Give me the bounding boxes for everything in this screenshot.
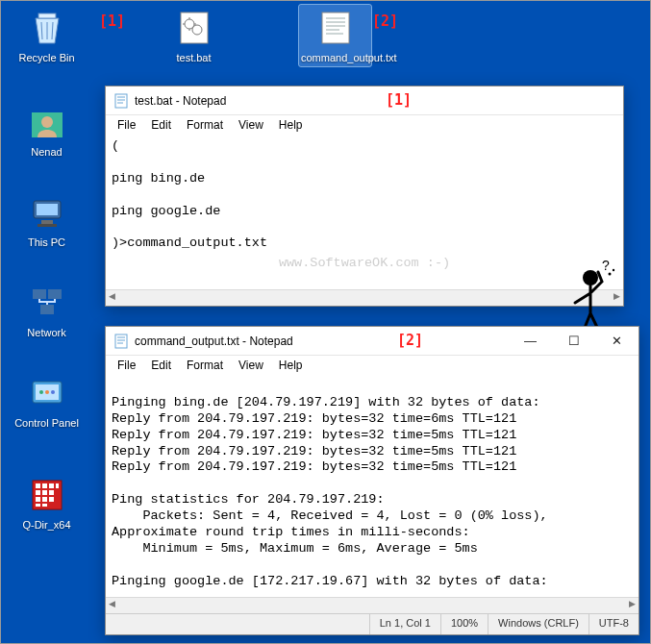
svg-rect-32 (115, 94, 127, 108)
editor-content[interactable]: ( ping bing.de ping google.de )>command_… (106, 135, 623, 289)
menu-edit[interactable]: Edit (143, 358, 179, 373)
menu-edit[interactable]: Edit (143, 117, 179, 133)
svg-rect-22 (49, 483, 54, 488)
svg-rect-0 (38, 13, 56, 18)
svg-rect-8 (37, 204, 58, 215)
desktop-icon-label: Nenad (11, 146, 83, 159)
window-title: test.bat - Notepad (135, 94, 623, 108)
svg-rect-9 (41, 220, 53, 224)
svg-rect-12 (48, 289, 62, 299)
status-zoom: 100% (440, 614, 488, 634)
window-title: command_output.txt - Notepad (135, 334, 509, 348)
svg-text:?: ? (602, 260, 610, 273)
maximize-button[interactable]: ☐ (552, 327, 595, 356)
scrollbar-horizontal[interactable] (106, 289, 623, 306)
desktop-icon-label: Recycle Bin (11, 52, 83, 64)
titlebar[interactable]: command_output.txt - Notepad — ☐ ✕ (106, 327, 638, 356)
desktop-icon-label: Network (11, 327, 83, 339)
svg-rect-1 (181, 12, 208, 43)
menu-file[interactable]: File (110, 358, 143, 373)
svg-rect-11 (33, 289, 46, 299)
svg-point-33 (583, 270, 598, 285)
close-button[interactable]: ✕ (595, 327, 638, 356)
recycle-bin-icon (26, 7, 68, 49)
notepad-icon (113, 93, 129, 109)
svg-point-36 (613, 269, 614, 271)
notepad-icon (113, 334, 129, 349)
desktop-icon-label: Control Panel (11, 417, 83, 430)
desktop-icon-nenad[interactable]: Nenad (11, 101, 83, 159)
menubar: File Edit Format View Help (106, 356, 638, 375)
statusbar-blank (106, 614, 369, 634)
txt-file-icon (314, 7, 357, 49)
menu-format[interactable]: Format (179, 117, 231, 133)
menu-view[interactable]: View (231, 358, 271, 373)
menu-help[interactable]: Help (271, 117, 311, 133)
control-panel-icon (26, 372, 68, 414)
svg-rect-29 (49, 497, 54, 502)
titlebar[interactable]: test.bat - Notepad (106, 87, 623, 115)
desktop-icon-qdir[interactable]: Q-Dir_x64 (11, 474, 83, 532)
desktop-icon-label: Q-Dir_x64 (11, 519, 83, 532)
svg-point-16 (39, 390, 43, 394)
menu-format[interactable]: Format (179, 358, 231, 373)
desktop-icon-recycle-bin[interactable]: Recycle Bin (11, 7, 83, 64)
annotation-1-desktop: [1] (99, 12, 125, 30)
status-eol: Windows (CRLF) (488, 614, 588, 634)
qdir-icon (26, 474, 68, 516)
svg-rect-28 (42, 497, 47, 502)
svg-rect-4 (322, 12, 349, 43)
annotation-2-window: [2] (397, 332, 423, 349)
bat-file-icon (173, 7, 215, 49)
svg-rect-25 (42, 490, 47, 495)
svg-rect-27 (36, 497, 40, 502)
svg-point-18 (51, 390, 55, 394)
notepad-window-2[interactable]: command_output.txt - Notepad — ☐ ✕ File … (105, 326, 639, 635)
statusbar: Ln 1, Col 1 100% Windows (CRLF) UTF-8 (106, 613, 638, 634)
status-position: Ln 1, Col 1 (369, 614, 440, 634)
desktop-icon-label: command_output.txt (301, 52, 369, 64)
annotation-1-window: [1] (386, 91, 412, 109)
desktop-icon-test-bat[interactable]: test.bat (158, 7, 230, 64)
this-pc-icon (26, 191, 68, 234)
menu-file[interactable]: File (110, 117, 143, 133)
scrollbar-horizontal[interactable] (106, 597, 638, 613)
svg-point-35 (609, 273, 612, 276)
desktop-icon-control-panel[interactable]: Control Panel (11, 372, 83, 430)
annotation-2-desktop: [2] (372, 12, 398, 30)
desktop-icon-network[interactable]: Network (11, 282, 83, 339)
notepad-window-1[interactable]: test.bat - Notepad File Edit Format View… (105, 86, 624, 307)
svg-rect-24 (36, 490, 40, 495)
svg-rect-21 (42, 483, 47, 488)
svg-rect-30 (36, 504, 40, 507)
editor-content[interactable]: Pinging bing.de [204.79.197.219] with 32… (106, 375, 638, 597)
desktop-icon-label: test.bat (158, 52, 230, 64)
svg-rect-37 (115, 334, 127, 348)
network-icon (26, 282, 68, 324)
svg-rect-20 (36, 483, 40, 488)
svg-rect-13 (40, 305, 54, 314)
menu-view[interactable]: View (231, 117, 271, 133)
minimize-button[interactable]: — (509, 327, 552, 356)
desktop-icon-command-output[interactable]: command_output.txt (299, 5, 371, 66)
editor-text: ( ping bing.de ping google.de )>command_… (112, 138, 267, 250)
menu-help[interactable]: Help (271, 358, 311, 373)
svg-point-17 (45, 390, 49, 394)
svg-point-6 (41, 116, 53, 128)
user-icon (26, 101, 68, 143)
desktop-icon-this-pc[interactable]: This PC (11, 191, 83, 249)
content-watermark: www.SoftwareOK.com :-) (112, 256, 617, 272)
desktop-icon-label: This PC (11, 236, 83, 249)
svg-rect-26 (49, 490, 54, 495)
status-encoding: UTF-8 (588, 614, 638, 634)
svg-rect-23 (56, 483, 59, 488)
svg-rect-31 (42, 504, 47, 507)
svg-rect-10 (38, 224, 57, 227)
menubar: File Edit Format View Help (106, 115, 623, 135)
